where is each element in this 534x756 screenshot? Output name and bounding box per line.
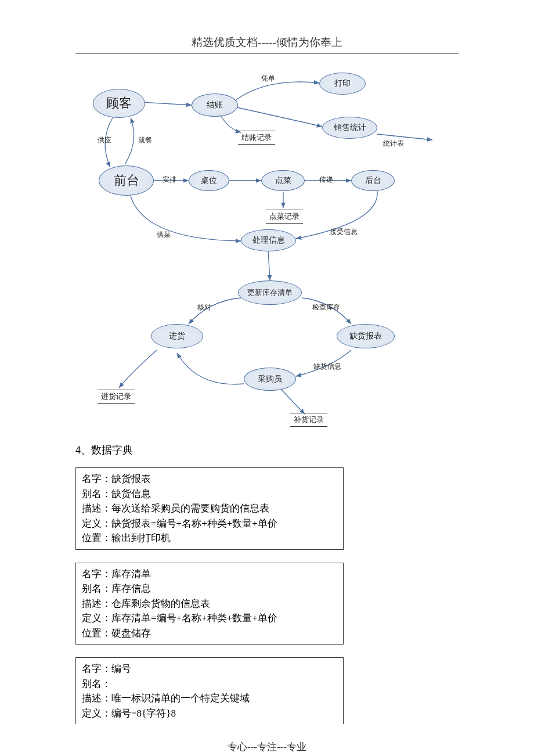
dict-def: 定义：缺货报表=编号+名称+种类+数量+单价 bbox=[82, 516, 337, 531]
node-checkout: 结账 bbox=[192, 93, 238, 117]
dataflow-diagram: 顾客 结账 打印 销售统计 前台 桌位 点菜 后台 处理信息 更新库存清单 进货… bbox=[75, 66, 459, 437]
dict-name: 名字：库存清单 bbox=[82, 567, 337, 582]
node-print: 打印 bbox=[319, 73, 366, 95]
node-salesstat: 销售统计 bbox=[322, 117, 377, 139]
label-servedish: 供菜 bbox=[157, 230, 171, 240]
label-recvinfo: 接受信息 bbox=[330, 227, 358, 237]
label-checkinv: 检查库存 bbox=[312, 303, 340, 312]
node-frontdesk: 前台 bbox=[99, 165, 154, 196]
dict-entry-1: 名字：库存清单 别名：库存信息 描述：仓库剩余货物的信息表 定义：库存清单=编号… bbox=[75, 563, 344, 645]
store-replenish-record: 补货记录 bbox=[290, 413, 327, 427]
node-shortage: 缺货报表 bbox=[337, 324, 395, 348]
dict-alias: 别名：库存信息 bbox=[82, 581, 337, 596]
node-stockin: 进货 bbox=[151, 324, 203, 348]
dict-alias: 别名： bbox=[82, 676, 337, 692]
node-process: 处理信息 bbox=[241, 229, 296, 251]
node-buyer: 采购员 bbox=[244, 368, 296, 391]
label-arrange: 安排 bbox=[163, 175, 176, 185]
label-supply: 供应 bbox=[98, 135, 111, 145]
dict-loc: 位置：输出到打印机 bbox=[82, 531, 337, 546]
node-customer: 顾客 bbox=[93, 89, 145, 118]
node-table: 桌位 bbox=[189, 170, 229, 191]
dict-def: 定义：编号=8{字符}8 bbox=[82, 706, 337, 721]
page-footer: 专心---专注---专业 bbox=[75, 740, 459, 754]
label-verify: 核对 bbox=[197, 303, 211, 312]
node-order: 点菜 bbox=[261, 170, 305, 191]
node-backend: 后台 bbox=[351, 170, 395, 191]
dict-desc: 描述：唯一标识清单的一个特定关键域 bbox=[82, 691, 337, 706]
page-header: 精选优质文档-----倾情为你奉上 bbox=[75, 35, 459, 50]
dict-loc: 位置：硬盘储存 bbox=[82, 626, 337, 641]
dict-name: 名字：编号 bbox=[82, 661, 337, 676]
dict-name: 名字：缺货报表 bbox=[82, 471, 337, 487]
label-stattable: 统计表 bbox=[383, 139, 404, 149]
label-voucher: 凭单 bbox=[261, 74, 275, 84]
store-stockin-record: 进货记录 bbox=[98, 390, 135, 404]
dict-def: 定义：库存清单=编号+名称+种类+数量+单价 bbox=[82, 611, 337, 626]
node-updateinv: 更新库存清单 bbox=[238, 280, 302, 305]
dict-entry-0: 名字：缺货报表 别名：缺货信息 描述：每次送给采购员的需要购货的信息表 定义：缺… bbox=[75, 467, 344, 550]
label-dine: 就餐 bbox=[138, 135, 152, 145]
section-title: 4、数据字典 bbox=[75, 443, 459, 457]
label-pass: 传递 bbox=[319, 175, 333, 185]
header-rule bbox=[75, 53, 459, 54]
store-order-record: 点菜记录 bbox=[266, 210, 303, 224]
dict-entry-2: 名字：编号 别名： 描述：唯一标识清单的一个特定关键域 定义：编号=8{字符}8 bbox=[75, 657, 344, 724]
dict-alias: 别名：缺货信息 bbox=[82, 487, 337, 502]
label-shortinfo: 缺货信息 bbox=[313, 362, 341, 372]
dict-desc: 描述：每次送给采购员的需要购货的信息表 bbox=[82, 501, 337, 516]
dict-desc: 描述：仓库剩余货物的信息表 bbox=[82, 596, 337, 611]
store-checkout-record: 结账记录 bbox=[238, 131, 275, 145]
